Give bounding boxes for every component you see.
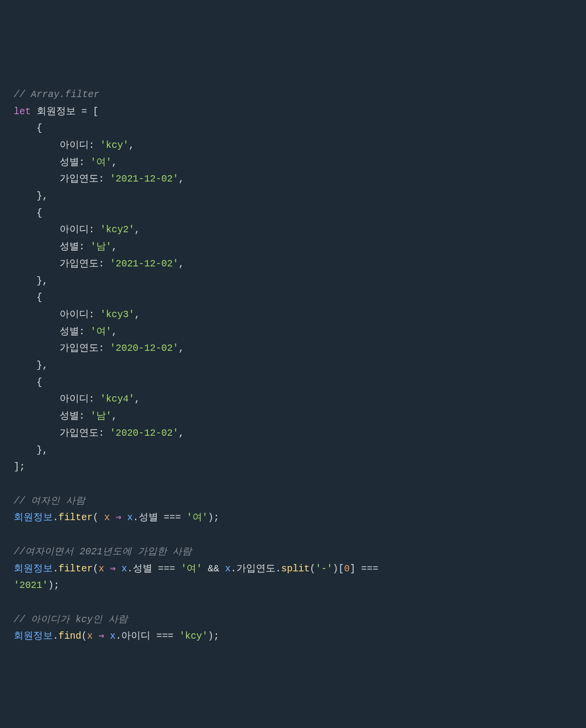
colon: : (99, 428, 105, 439)
comment: // Array.filter (14, 89, 100, 100)
comma: , (178, 428, 184, 439)
ref-x: x (121, 564, 127, 574)
dot: . (133, 512, 139, 523)
keyword-let: let (14, 106, 31, 117)
brace-close: }, (37, 445, 48, 456)
prop-gender: 성별 (60, 157, 79, 168)
prop-id: 아이디 (60, 224, 89, 235)
brace-close: }, (37, 191, 48, 202)
comma: , (178, 343, 184, 354)
ref-id: 아이디 (121, 631, 150, 642)
comma: , (111, 242, 117, 252)
string-id: 'kcy' (100, 140, 129, 151)
paren-close: ) (208, 512, 214, 523)
prop-year: 가입연도 (60, 343, 99, 354)
op-and: && (208, 564, 219, 574)
colon: : (99, 259, 105, 269)
string-id: 'kcy3' (100, 309, 134, 320)
colon: : (89, 309, 95, 320)
string-kcy: 'kcy' (179, 631, 208, 642)
prop-id: 아이디 (60, 394, 89, 404)
op-eqeqeq: === (361, 564, 378, 574)
prop-year: 가입연도 (60, 428, 99, 439)
dot: . (53, 564, 59, 574)
semicolon: ; (213, 631, 219, 642)
colon: : (99, 343, 105, 354)
code-block: // Array.filter let 회원정보 = [ { 아이디: 'kcy… (14, 86, 572, 645)
dot: . (116, 631, 122, 642)
comma: , (111, 411, 117, 422)
brace-open: { (37, 292, 42, 303)
bracket-open: [ (93, 106, 99, 117)
bracket-close: ]; (14, 462, 25, 472)
identifier-members: 회원정보 (14, 512, 53, 523)
param-x: x (99, 564, 105, 574)
comma: , (178, 259, 184, 269)
variable-members: 회원정보 (37, 106, 76, 117)
paren-close: ) (333, 564, 338, 574)
paren-close: ) (208, 631, 214, 642)
brace-open: { (37, 208, 42, 219)
comment: // 여자인 사람 (14, 496, 85, 506)
dot: . (53, 631, 59, 642)
semicolon: ; (54, 580, 60, 591)
comment: // 아이디가 kcy인 사람 (14, 614, 128, 625)
ref-gender: 성별 (133, 564, 152, 574)
prop-id: 아이디 (60, 140, 89, 151)
identifier-members: 회원정보 (14, 564, 53, 574)
arrow: ⇒ (99, 631, 105, 642)
string-id: 'kcy4' (100, 394, 134, 404)
ref-x: x (127, 512, 133, 523)
comment: //여자이면서 2021년도에 가입한 사람 (14, 546, 192, 557)
prop-gender: 성별 (60, 326, 79, 337)
dot: . (230, 564, 236, 574)
string-2021: '2021' (14, 580, 48, 591)
number-zero: 0 (344, 564, 350, 574)
string-gender: '여' (90, 326, 111, 337)
comma: , (134, 394, 140, 404)
ref-x: x (225, 564, 231, 574)
string-id: 'kcy2' (100, 224, 134, 235)
ref-x: x (110, 631, 116, 642)
method-filter: filter (59, 564, 93, 574)
colon: : (79, 411, 85, 422)
prop-gender: 성별 (60, 411, 79, 422)
param-x: x (87, 631, 93, 642)
ref-gender: 성별 (139, 512, 158, 523)
paren-open: ( (310, 564, 315, 574)
paren-open: ( (93, 564, 99, 574)
paren-open: ( (82, 631, 87, 642)
string-year: '2021-12-02' (110, 259, 178, 269)
method-split: split (281, 564, 310, 574)
prop-gender: 성별 (60, 242, 79, 252)
op-eqeqeq: === (156, 631, 173, 642)
dot: . (275, 564, 281, 574)
comma: , (178, 174, 184, 184)
identifier-members: 회원정보 (14, 631, 53, 642)
prop-year: 가입연도 (60, 174, 99, 184)
op-eqeqeq: === (158, 564, 175, 574)
string-year: '2020-12-02' (110, 428, 178, 439)
prop-year: 가입연도 (60, 259, 99, 269)
colon: : (99, 174, 105, 184)
dot: . (127, 564, 133, 574)
bracket-open: [ (338, 564, 344, 574)
comma: , (111, 157, 117, 168)
method-find: find (59, 631, 82, 642)
string-year: '2020-12-02' (110, 343, 178, 354)
brace-close: }, (37, 276, 48, 286)
colon: : (79, 157, 85, 168)
comma: , (134, 309, 140, 320)
colon: : (79, 242, 85, 252)
operator-eq: = (82, 106, 87, 117)
colon: : (89, 140, 95, 151)
string-dash: '-' (315, 564, 333, 574)
param-x: x (104, 512, 110, 523)
brace-open: { (37, 377, 42, 388)
paren-open: ( (93, 512, 99, 523)
string-female: '여' (187, 512, 208, 523)
prop-id: 아이디 (60, 309, 89, 320)
comma: , (129, 140, 135, 151)
bracket-close: ] (350, 564, 356, 574)
string-year: '2021-12-02' (110, 174, 178, 184)
